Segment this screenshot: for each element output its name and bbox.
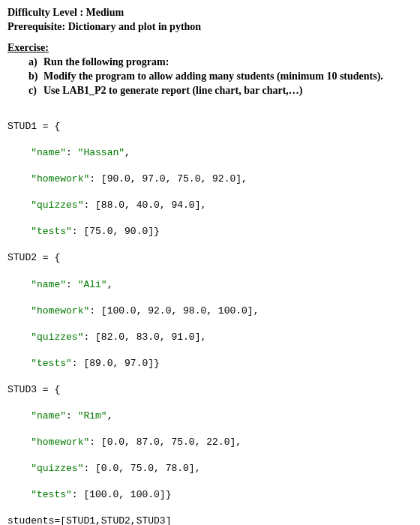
code-line: students=[STUD1,STUD2,STUD3]	[8, 514, 412, 525]
code-line: "homework": [0.0, 87.0, 75.0, 22.0],	[8, 436, 412, 449]
exercise-item-b: b)Modify the program to allow adding man…	[28, 70, 412, 84]
code-line: "name": "Ali",	[8, 278, 412, 292]
code-line: "quizzes": [88.0, 40.0, 94.0],	[8, 199, 412, 212]
prerequisite-line: Prerequisite: Dictionary and plot in pyt…	[8, 20, 412, 34]
code-line: "homework": [100.0, 92.0, 98.0, 100.0],	[8, 304, 412, 318]
exercise-item-c: c)Use LAB1_P2 to generate report (line c…	[28, 84, 412, 98]
code-line: "name": "Hassan",	[8, 146, 412, 160]
code-line: "tests": [89.0, 97.0]}	[8, 357, 412, 370]
code-line: "homework": [90.0, 97.0, 75.0, 92.0],	[8, 172, 412, 186]
code-line: "quizzes": [0.0, 75.0, 78.0],	[8, 462, 412, 476]
exercise-item-a: a)Run the following program:	[28, 56, 412, 70]
code-line: STUD2 = {	[8, 251, 412, 265]
exercise-label: Exercise:	[8, 42, 412, 54]
code-block: STUD1 = { "name": "Hassan", "homework": …	[8, 106, 412, 525]
code-line: "tests": [100.0, 100.0]}	[8, 488, 412, 502]
exercise-list: a)Run the following program: b)Modify th…	[8, 56, 412, 98]
code-line: "quizzes": [82.0, 83.0, 91.0],	[8, 331, 412, 344]
difficulty-line: Difficulty Level : Medium	[8, 6, 412, 20]
code-line: "name": "Rim",	[8, 410, 412, 423]
code-line: "tests": [75.0, 90.0]}	[8, 225, 412, 238]
code-line: STUD3 = {	[8, 383, 412, 397]
code-line: STUD1 = {	[8, 120, 412, 134]
